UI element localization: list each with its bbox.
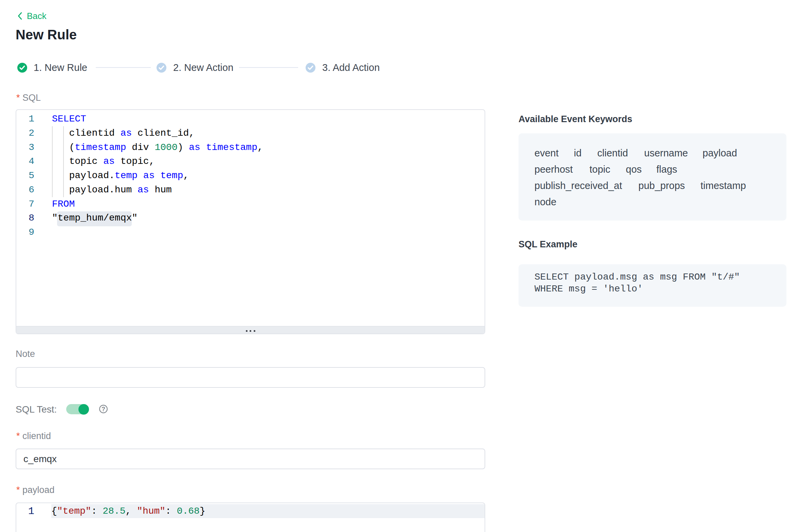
svg-text:?: ? (102, 406, 105, 413)
